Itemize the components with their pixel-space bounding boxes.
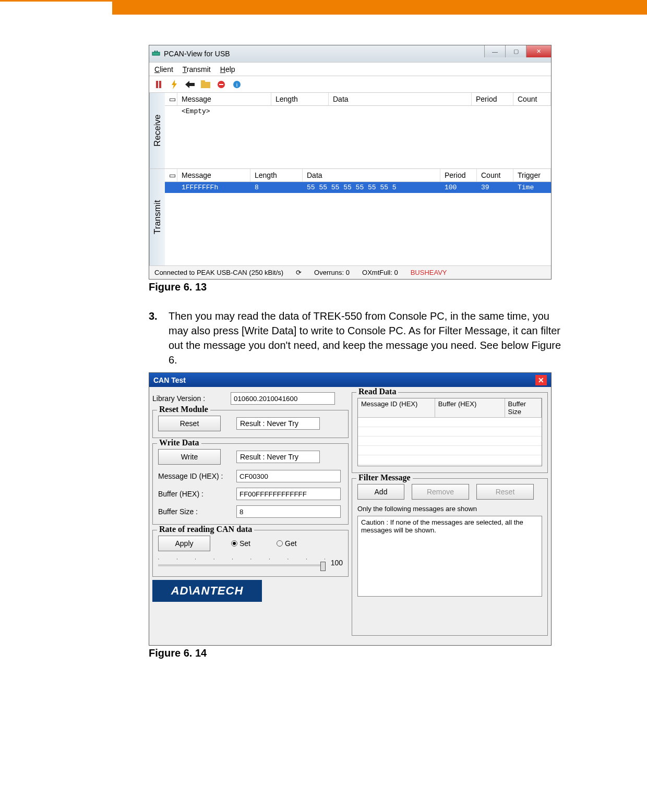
status-overruns: Overruns: 0 (314, 269, 350, 276)
svg-rect-10 (219, 84, 223, 85)
svg-rect-8 (201, 80, 205, 83)
frame-title: Read Data (356, 387, 398, 396)
svg-marker-5 (172, 80, 177, 89)
col-buffer-size[interactable]: Buffer Size (505, 398, 542, 418)
frame-title: Rate of reading CAN data (157, 525, 254, 534)
write-result: Result : Never Try (236, 451, 320, 463)
col-period[interactable]: Period (440, 169, 477, 181)
table-row[interactable]: 1FFFFFFFh 8 55 55 55 55 55 55 55 5 100 3… (165, 182, 551, 193)
apply-button[interactable]: Apply (158, 536, 210, 551)
col-length[interactable]: Length (271, 93, 329, 105)
col-length[interactable]: Length (250, 169, 303, 181)
receive-empty: <Empty> (177, 106, 271, 116)
svg-rect-4 (159, 81, 161, 88)
receive-rows[interactable]: <Empty> (165, 106, 551, 168)
reset-button[interactable]: Reset (158, 416, 221, 431)
col-count[interactable]: Count (513, 93, 551, 105)
svg-rect-1 (154, 51, 155, 52)
status-bar: Connected to PEAK USB-CAN (250 kBit/s) ⟳… (149, 265, 551, 279)
filter-reset-button: Reset (476, 484, 534, 500)
menu-bar: Client Transmit Help (149, 62, 551, 76)
menu-transmit[interactable]: Transmit (183, 65, 211, 74)
cell-message: 1FFFFFFFh (177, 183, 250, 192)
close-button[interactable]: ✕ (526, 45, 551, 57)
radio-set[interactable]: Set (231, 539, 250, 548)
col-data[interactable]: Data (303, 169, 440, 181)
library-version-label: Library Version : (152, 394, 231, 403)
rate-slider[interactable]: '''''''''' (158, 555, 326, 570)
receive-tab[interactable]: Receive (149, 93, 165, 168)
col-count[interactable]: Count (477, 169, 513, 181)
message-id-field[interactable] (236, 470, 341, 482)
message-id-label: Message ID (HEX) : (158, 472, 236, 480)
folder-icon[interactable] (200, 79, 211, 90)
window-titlebar[interactable]: CAN Test ✕ (149, 373, 551, 387)
svg-rect-3 (156, 81, 158, 88)
frame-title: Write Data (157, 438, 201, 447)
buffer-label: Buffer (HEX) : (158, 490, 236, 498)
app-icon (151, 49, 161, 58)
toolbar: i (149, 76, 551, 93)
transmit-tab[interactable]: Transmit (149, 169, 165, 265)
write-button[interactable]: Write (158, 449, 221, 465)
frame-title: Filter Message (356, 473, 413, 482)
transmit-rows[interactable]: 1FFFFFFFh 8 55 55 55 55 55 55 55 5 100 3… (165, 182, 551, 265)
rate-value: 100 (331, 559, 343, 567)
receive-panel: Receive ▭ Message Length Data Period Cou… (149, 93, 551, 169)
col-trigger[interactable]: Trigger (513, 169, 551, 181)
cell-count: 39 (477, 183, 513, 192)
cell-trigger: Time (513, 183, 551, 192)
back-icon[interactable] (185, 79, 195, 90)
step-text: Then you may read the data of TREK-550 f… (169, 309, 564, 367)
maximize-button[interactable]: ▢ (505, 45, 526, 57)
step-number: 3. (149, 309, 169, 367)
svg-rect-0 (152, 52, 160, 55)
menu-client[interactable]: Client (154, 65, 173, 74)
svg-marker-6 (185, 81, 195, 88)
col-message[interactable]: Message (177, 169, 250, 181)
buffer-size-field[interactable] (236, 505, 341, 518)
status-bus: BUSHEAVY (411, 269, 447, 276)
advantech-logo: AD\ANTECH (152, 580, 262, 602)
flash-icon[interactable] (169, 79, 179, 90)
buffer-field[interactable] (236, 488, 341, 500)
refresh-icon: ⟳ (296, 269, 302, 276)
connect-icon[interactable] (153, 79, 164, 90)
col-data[interactable]: Data (329, 93, 472, 105)
minimize-button[interactable]: — (484, 45, 505, 57)
col-message[interactable]: Message (177, 93, 271, 105)
read-data-table[interactable]: Message ID (HEX) Buffer (HEX) Buffer Siz… (357, 398, 542, 466)
add-button[interactable]: Add (357, 484, 404, 500)
cell-data: 55 55 55 55 55 55 55 5 (303, 183, 440, 192)
col-message-id[interactable]: Message ID (HEX) (358, 398, 435, 418)
buffer-size-label: Buffer Size : (158, 507, 236, 516)
reset-module-frame: Reset Module Reset Result : Never Try (152, 410, 349, 438)
checkbox-header[interactable]: ▭ (165, 93, 177, 105)
col-period[interactable]: Period (472, 93, 513, 105)
info-icon[interactable]: i (232, 79, 242, 90)
svg-rect-2 (157, 51, 158, 52)
menu-help[interactable]: Help (220, 65, 235, 74)
window-titlebar[interactable]: PCAN-View for USB — ▢ ✕ (149, 45, 551, 62)
cell-length: 8 (250, 183, 303, 192)
checkbox-header[interactable]: ▭ (165, 169, 177, 181)
delete-icon[interactable] (216, 79, 226, 90)
radio-get[interactable]: Get (277, 539, 297, 548)
status-connection: Connected to PEAK USB-CAN (250 kBit/s) (154, 269, 283, 276)
close-button[interactable]: ✕ (535, 375, 547, 385)
col-buffer[interactable]: Buffer (HEX) (435, 398, 505, 418)
svg-text:i: i (236, 81, 237, 88)
cell-period: 100 (440, 183, 477, 192)
filter-message-frame: Filter Message Add Remove Reset Only the… (352, 478, 548, 636)
transmit-panel: Transmit ▭ Message Length Data Period Co… (149, 169, 551, 265)
caution-box[interactable]: Caution : If none of the messages are se… (357, 516, 542, 597)
figure-caption: Figure 6. 13 (149, 281, 564, 293)
library-version-field[interactable] (231, 392, 335, 405)
rate-frame: Rate of reading CAN data Apply Set Get '… (152, 530, 349, 577)
window-title: CAN Test (153, 376, 186, 384)
page-tab (0, 0, 112, 29)
pcan-window: PCAN-View for USB — ▢ ✕ Client Transmit … (149, 45, 552, 280)
frame-title: Reset Module (157, 405, 210, 414)
filter-note: Only the following messages are shown (357, 505, 542, 513)
status-oxmtfull: OXmtFull: 0 (362, 269, 398, 276)
